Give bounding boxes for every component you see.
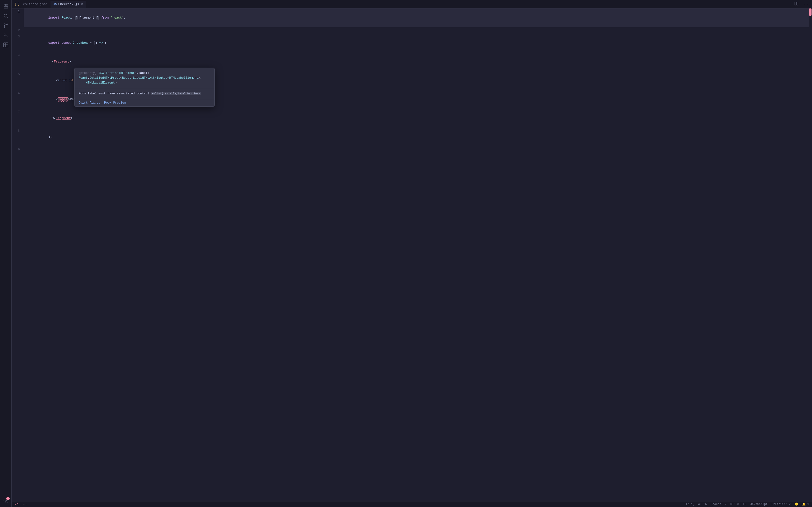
tooltip-dot4: . [131, 76, 133, 80]
editor-area: { } .eslintrc.json JS Checkbox.js × ··· [12, 0, 812, 507]
status-encoding[interactable]: UTF-8 [730, 503, 739, 506]
tooltip-type-prefix: (property) [79, 71, 99, 75]
tooltip-type-namespace: JSX [99, 71, 104, 75]
tab-checkbox[interactable]: JS Checkbox.js × [51, 0, 87, 8]
token-open-curly: { [75, 16, 78, 19]
tooltip-type-label: label: [139, 71, 149, 75]
eslint-tab-label: .eslintrc.json [21, 2, 48, 6]
svg-rect-1 [4, 7, 8, 8]
svg-point-13 [5, 500, 6, 501]
status-errors[interactable]: ✕ 1 [14, 502, 19, 506]
token-fragment: Fragment [78, 16, 96, 19]
tooltip-error-text: Form label must have associated control [79, 92, 149, 95]
tooltip-dot1: . [104, 71, 106, 75]
more-actions-icon[interactable]: ··· [801, 2, 809, 6]
status-bar-right: Ln 1, Col 26 Spaces: 2 UTF-8 LF JavaScri… [686, 502, 809, 506]
svg-rect-0 [4, 4, 5, 6]
status-spaces[interactable]: Spaces: 2 [711, 503, 726, 506]
code-line-8: 8 ); [12, 128, 812, 147]
line-content-3: export const Checkbox = () => ( [24, 34, 812, 52]
code-line-2: 2 [12, 27, 812, 34]
sidebar-item-extensions[interactable] [1, 41, 10, 49]
tooltip-react2: React [122, 76, 131, 80]
line-number-8: 8 [12, 128, 24, 134]
svg-rect-14 [795, 2, 796, 5]
tooltip-popup: (property) JSX.IntrinsicElements.label: … [74, 68, 215, 107]
scrollbar-thumb[interactable] [809, 8, 812, 16]
token-import: import [48, 16, 62, 19]
line-content-1: import React, { Fragment } from 'react'; [24, 8, 812, 27]
token-close-frag: </ [48, 116, 56, 120]
peek-problem-action[interactable]: Peek Problem [104, 101, 126, 105]
line-number-9: 9 [12, 147, 24, 153]
eslint-tab-icon: { } [14, 2, 20, 6]
eol-text: LF [743, 503, 746, 506]
token-gt4: > [69, 60, 71, 63]
token-checkbox: Checkbox [73, 41, 88, 45]
svg-rect-10 [6, 43, 8, 45]
status-eol[interactable]: LF [743, 503, 746, 506]
token-close-frag2: > [71, 116, 73, 120]
code-line-1: 1 import React, { Fragment } from 'react… [12, 8, 812, 27]
line-number-6: 6 [12, 90, 24, 96]
sidebar-item-source-control[interactable] [1, 21, 10, 30]
tooltip-type-intrinsic: IntrinsicElements [106, 71, 137, 75]
status-emoji[interactable]: 🙂 [795, 502, 798, 506]
js-tab-icon: JS [53, 3, 57, 6]
token-close-curly: } [96, 16, 99, 19]
tooltip-dot2: . [137, 71, 139, 75]
position-text: Ln 1, Col 26 [686, 503, 707, 506]
token-paren: ( [103, 41, 107, 45]
tooltip-type-info: (property) JSX.IntrinsicElements.label: … [75, 68, 214, 89]
tooltip-type-react: React [79, 76, 88, 80]
token-react: React [61, 16, 71, 19]
quick-fix-action[interactable]: Quick Fix... [79, 101, 100, 105]
settings-badge: 1 [6, 497, 10, 500]
status-position[interactable]: Ln 1, Col 26 [686, 503, 707, 506]
tooltip-dot3: . [88, 76, 90, 80]
svg-line-4 [7, 17, 8, 18]
token-arrow: => [99, 41, 103, 45]
code-editor[interactable]: 1 import React, { Fragment } from 'react… [12, 8, 812, 501]
token-input: input [58, 79, 67, 82]
status-prettier[interactable]: Prettier: ✓ [771, 502, 791, 506]
language-text: JavaScript [750, 503, 767, 506]
error-count: 1 [17, 503, 19, 506]
tooltip-type-detailed: DetailedHTMLProps [89, 76, 120, 80]
line-number-1: 1 [12, 8, 24, 15]
tab-bar-actions: ··· [794, 2, 812, 6]
token-label-open: label [58, 97, 68, 101]
tooltip-actions: Quick Fix... Peek Problem [75, 99, 214, 107]
checkbox-tab-label: Checkbox.js [58, 2, 79, 6]
sidebar-item-explorer[interactable] [1, 2, 10, 11]
line-content-7: </Fragment> [24, 109, 812, 128]
token-indent4 [48, 60, 52, 63]
line-number-3: 3 [12, 34, 24, 40]
line-number-7: 7 [12, 109, 24, 115]
token-comma: , [71, 16, 75, 19]
svg-rect-15 [797, 2, 798, 5]
token-lt5: < [56, 79, 58, 82]
line-content-8: ); [24, 128, 812, 147]
status-language[interactable]: JavaScript [750, 503, 767, 506]
status-notifications[interactable]: 🔔 1 [802, 502, 809, 506]
emoji-text: 🙂 [795, 502, 798, 506]
token-lt6: < [56, 98, 58, 101]
status-warnings[interactable]: ⚠ 0 [23, 502, 27, 506]
token-semicolon: ; [124, 16, 126, 19]
activity-bar: 1 [0, 0, 12, 507]
token-fragment-open: Fragment [54, 60, 69, 63]
tooltip-error: Form label must have associated control … [75, 89, 214, 99]
scrollbar-track[interactable] [809, 8, 812, 501]
token-from: from [101, 16, 108, 19]
tab-close-button[interactable]: × [81, 2, 83, 7]
warning-count: 0 [26, 503, 27, 506]
sidebar-item-no-wifi[interactable] [1, 31, 10, 40]
split-editor-icon[interactable] [794, 2, 798, 6]
token-close-paren: ); [48, 135, 52, 139]
sidebar-item-search[interactable] [1, 12, 10, 20]
spaces-text: Spaces: 2 [711, 503, 726, 506]
tab-eslint[interactable]: { } .eslintrc.json [12, 0, 51, 8]
settings-button[interactable]: 1 [1, 496, 10, 505]
token-export: export [48, 41, 62, 45]
